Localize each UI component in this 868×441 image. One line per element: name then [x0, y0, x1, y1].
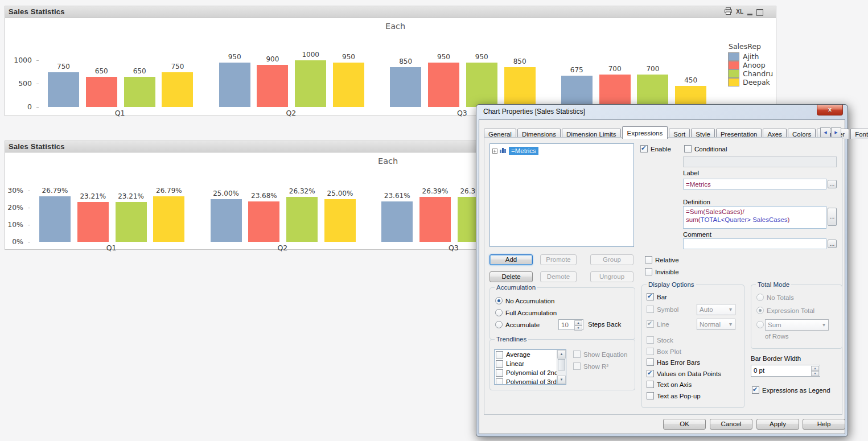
expression-tree-item[interactable]: =Metrics — [490, 144, 633, 158]
bar-border-width-value: 0 pt — [754, 367, 764, 374]
bar-Q1-Ajith[interactable] — [39, 196, 71, 242]
minimize-icon[interactable] — [747, 14, 752, 15]
maximize-icon[interactable] — [756, 9, 763, 16]
expressions-as-legend-checkbox[interactable]: Expressions as Legend — [752, 386, 830, 394]
excel-export-icon[interactable]: XL — [736, 7, 743, 16]
x-axis-category-label: Q1 — [94, 244, 129, 252]
bar-Q3-Chandru[interactable] — [466, 63, 497, 107]
x-axis-category-label: Q1 — [103, 109, 137, 117]
spin-up-icon: ▲ — [574, 320, 582, 325]
bar-Q1-Deepak[interactable] — [153, 196, 184, 242]
label-ellipsis-button[interactable]: ... — [828, 180, 837, 188]
bar-Q1-Chandru[interactable] — [124, 77, 155, 107]
print-icon[interactable] — [725, 7, 732, 17]
tab-scroll-right-icon[interactable]: ▶ — [831, 127, 841, 138]
bar-Q2-Deepak[interactable] — [324, 199, 356, 242]
trendlines-list[interactable]: AverageLinearPolynomial of 2nd dPolynomi… — [494, 349, 566, 385]
bar-Q2-Anoop[interactable] — [248, 201, 279, 242]
radio-no-accumulation[interactable]: No Accumulation — [495, 297, 554, 304]
bar-Q2-Ajith[interactable] — [211, 199, 242, 242]
definition-ellipsis-button[interactable]: ... — [828, 208, 837, 226]
checkbox-icon — [647, 293, 654, 300]
trendline-item[interactable]: Average — [495, 350, 566, 359]
y-axis-tick — [36, 107, 39, 108]
bar-Q4-Chandru[interactable] — [637, 75, 668, 107]
scroll-up-icon[interactable]: ▲ — [557, 350, 566, 358]
bar-Q2-Ajith[interactable] — [219, 63, 250, 107]
expression-item-label[interactable]: =Metrics — [509, 147, 538, 155]
scroll-down-icon[interactable]: ▼ — [557, 376, 566, 384]
radio-accumulate[interactable]: Accumulate — [495, 321, 540, 328]
apply-button[interactable]: Apply — [756, 419, 799, 430]
conditional-input — [683, 156, 837, 167]
bar-Q2-Deepak[interactable] — [333, 63, 364, 107]
conditional-checkbox[interactable]: Conditional — [684, 145, 727, 153]
display-option-label: Text on Axis — [657, 381, 692, 388]
bar-Q3-Anoop[interactable] — [428, 63, 459, 107]
bar-Q1-Deepak[interactable] — [162, 72, 193, 108]
bar-Q2-Anoop[interactable] — [257, 65, 288, 107]
window-caption[interactable]: Sales Statistics XL — [5, 6, 776, 18]
expression-tree[interactable]: =Metrics — [489, 143, 634, 247]
combo-value: Auto — [700, 306, 713, 313]
display-option-text-on-axis[interactable]: Text on Axis — [647, 381, 692, 388]
bar-Q2-Chandru[interactable] — [295, 60, 326, 107]
cancel-button[interactable]: Cancel — [710, 419, 752, 430]
spin-down-icon[interactable]: ▼ — [811, 371, 819, 376]
display-option-symbol: Symbol — [647, 306, 678, 313]
trendline-item-label: Linear — [506, 360, 524, 367]
bar-Q1-Anoop[interactable] — [77, 202, 109, 242]
expand-icon[interactable] — [492, 149, 497, 154]
legend-item[interactable]: Ajith — [728, 52, 773, 61]
bar-Q4-Anoop[interactable] — [599, 75, 631, 107]
bar-Q1-Anoop[interactable] — [86, 77, 117, 107]
trendline-item[interactable]: Polynomial of 3rd d — [495, 377, 566, 385]
display-option-bar[interactable]: Bar — [647, 293, 667, 300]
scrollbar[interactable]: ▲ ▼ — [557, 350, 566, 384]
scroll-thumb[interactable] — [558, 359, 565, 370]
bar-Q3-Ajith[interactable] — [381, 201, 413, 242]
comment-input[interactable] — [683, 238, 826, 249]
definition-input[interactable]: =Sum(SalesCases)/sum(TOTAL<Quarter> Sale… — [683, 206, 826, 229]
total-mode-option: No Totals — [756, 294, 794, 301]
tab-expressions[interactable]: Expressions — [622, 126, 668, 139]
close-icon[interactable]: x — [817, 105, 843, 116]
help-button[interactable]: Help — [803, 419, 845, 430]
bar-Q1-Chandru[interactable] — [116, 202, 147, 242]
legend-item[interactable]: Deepak — [728, 78, 773, 86]
bar-border-width-spinner[interactable]: 0 pt ▲▼ — [751, 365, 820, 377]
bar-Q4-Ajith[interactable] — [561, 76, 593, 107]
checkbox-icon — [647, 306, 654, 313]
bar-Q3-Anoop[interactable] — [419, 197, 451, 242]
delete-button[interactable]: Delete — [489, 271, 533, 282]
invisible-checkbox[interactable]: Invisible — [645, 268, 679, 275]
checkbox-icon — [573, 351, 581, 358]
legend-item[interactable]: Anoop — [728, 61, 773, 69]
add-button[interactable]: Add — [489, 254, 533, 265]
display-option-has-error-bars[interactable]: Has Error Bars — [647, 358, 700, 366]
demote-button: Demote — [540, 271, 577, 282]
label-input[interactable]: =Metrics — [683, 179, 826, 189]
y-axis-label: 20% — [0, 203, 23, 211]
bar-Q2-Chandru[interactable] — [286, 197, 318, 242]
relative-checkbox[interactable]: Relative — [645, 256, 679, 263]
display-option-label: Bar — [657, 294, 667, 300]
bar-Q3-Deepak[interactable] — [504, 67, 536, 107]
display-option-values-on-data-points[interactable]: Values on Data Points — [647, 370, 721, 377]
enable-checkbox[interactable]: Enable — [640, 145, 671, 153]
ok-button[interactable]: OK — [663, 419, 706, 430]
bar-Q3-Ajith[interactable] — [390, 67, 421, 107]
tab-font[interactable]: Font — [850, 129, 868, 139]
trendline-item[interactable]: Polynomial of 2nd d — [495, 368, 566, 377]
display-option-line: Line — [647, 320, 669, 328]
tab-scroll-left-icon[interactable]: ◀ — [820, 127, 830, 138]
comment-ellipsis-button[interactable]: ... — [828, 240, 837, 248]
legend-item[interactable]: Chandru — [728, 69, 773, 78]
bar-Q1-Ajith[interactable] — [48, 72, 79, 108]
definition-token: =Sum(SalesCases)/ — [686, 208, 744, 215]
trendline-item[interactable]: Linear — [495, 359, 566, 368]
legend-swatch — [728, 52, 739, 61]
display-option-text-as-pop-up[interactable]: Text as Pop-up — [647, 392, 701, 399]
spin-up-icon[interactable]: ▲ — [811, 366, 819, 371]
radio-full-accumulation[interactable]: Full Accumulation — [495, 309, 557, 316]
